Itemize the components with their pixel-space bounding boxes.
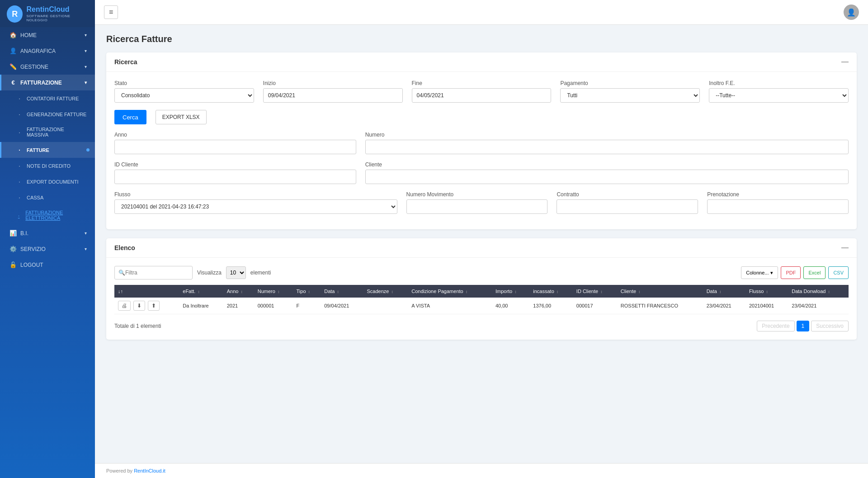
colonne-button[interactable]: Colonne... ▾ [741, 266, 778, 279]
prenotazione-group: Prenotazione [707, 191, 849, 214]
id-cliente-input[interactable] [114, 170, 356, 184]
col-anno[interactable]: Anno ↕ [223, 285, 254, 298]
sidebar-item-export-documenti[interactable]: · EXPORT DOCUMENTI [0, 174, 95, 189]
col-efatt[interactable]: eFatt. ↕ [179, 285, 223, 298]
numero-movimento-input[interactable] [406, 199, 548, 214]
filter-input[interactable] [125, 270, 189, 276]
user-avatar[interactable]: 👤 [844, 5, 859, 20]
fine-input[interactable] [412, 88, 552, 103]
sidebar-item-generazione-fatture[interactable]: · GENERAZIONE FATTURE [0, 106, 95, 122]
cliente-input[interactable] [365, 170, 849, 184]
flusso-select[interactable]: 202104001 del 2021-04-23 16:47:23 [114, 199, 397, 214]
sidebar-item-note-di-credito[interactable]: · NOTE DI CREDITO [0, 158, 95, 174]
prenotazione-input[interactable] [707, 199, 849, 214]
col-id-cliente[interactable]: ID Cliente ↕ [573, 285, 617, 298]
menu-toggle-button[interactable]: ≡ [104, 5, 118, 19]
numero-movimento-label: Numero Movimento [406, 191, 548, 198]
row-incassato: 1376,00 [529, 298, 573, 314]
col-data[interactable]: Data ↕ [321, 285, 363, 298]
cerca-button[interactable]: Cerca [114, 110, 146, 124]
excel-button[interactable]: Excel [803, 266, 826, 279]
chevron-icon: ▾ [85, 33, 87, 38]
chevron-down-icon: ▾ [770, 270, 773, 276]
numero-input[interactable] [365, 140, 849, 154]
rentincloud-link[interactable]: RentInCloud.it [134, 468, 165, 473]
sidebar-item-home[interactable]: 🏠 HOME ▾ [0, 27, 95, 43]
csv-button[interactable]: CSV [828, 266, 849, 279]
chart-icon: 📊 [9, 230, 17, 237]
page-content: Ricerca Fatture Ricerca — Stato Consolid… [95, 25, 868, 463]
cliente-group: Cliente [365, 161, 849, 184]
numero-label: Numero [365, 132, 849, 138]
sidebar-item-fatture[interactable]: · FATTURE [0, 142, 95, 158]
inoltro-select[interactable]: --Tutte-- Inoltrate Non Inoltrate [709, 88, 849, 103]
pdf-button[interactable]: PDF [781, 266, 801, 279]
col-condizione-pagamento[interactable]: Condizione Pagamento ↕ [408, 285, 492, 298]
dot-icon: · [16, 111, 23, 118]
col-data-download[interactable]: Data Donwload ↕ [788, 285, 849, 298]
pagamento-select[interactable]: Tutti Pagato Non Pagato [560, 88, 700, 103]
sidebar-item-label: SERVIZIO [20, 246, 46, 252]
col-importo[interactable]: Importo ↕ [492, 285, 529, 298]
precedente-button[interactable]: Precedente [757, 321, 794, 331]
sidebar-item-fatturazione-elettronica[interactable]: · FATTURAZIONE ELETTRONICA [0, 205, 95, 225]
sidebar-item-gestione[interactable]: ✏️ GESTIONE ▾ [0, 59, 95, 75]
search-icon: 🔍 [118, 270, 125, 276]
sidebar-item-fatturazione-massiva[interactable]: · FATTURAZIONE MASSIVA [0, 122, 95, 142]
successivo-button[interactable]: Successivo [811, 321, 849, 331]
visualizza-select[interactable]: 10 25 50 [226, 266, 246, 279]
sidebar-item-label: FATTURAZIONE ELETTRONICA [25, 210, 87, 221]
sidebar-item-anagrafica[interactable]: 👤 ANAGRAFICA ▾ [0, 43, 95, 59]
sidebar-item-logout[interactable]: 🔓 LOGOUT [0, 257, 95, 273]
row-cliente: ROSSETTI FRANCESCO [617, 298, 703, 314]
logo-icon: R [7, 5, 23, 23]
logout-icon: 🔓 [9, 261, 17, 268]
pagination-buttons: Precedente 1 Successivo [757, 321, 849, 331]
sidebar-item-servizio[interactable]: ⚙️ SERVIZIO ▾ [0, 241, 95, 257]
export-xlsx-button[interactable]: EXPORT XLSX [156, 110, 207, 124]
sidebar-item-fatturazione[interactable]: € FATTURAZIONE ▾ [0, 75, 95, 90]
search-row-4: Flusso 202104001 del 2021-04-23 16:47:23… [114, 191, 849, 214]
dot-icon: · [16, 147, 23, 153]
sidebar-item-cassa[interactable]: · CASSA [0, 189, 95, 205]
sidebar-item-label: GENERAZIONE FATTURE [27, 112, 86, 117]
search-row-3: ID Cliente Cliente [114, 161, 849, 184]
search-card-title: Ricerca [114, 58, 137, 66]
cliente-label: Cliente [365, 161, 849, 168]
col-scadenze[interactable]: Scadenze ↕ [363, 285, 408, 298]
collapse-icon[interactable]: — [841, 244, 849, 252]
collapse-icon[interactable]: — [841, 58, 849, 66]
sidebar-item-label: FATTURAZIONE MASSIVA [27, 127, 87, 137]
logo-name: RentinCloud [26, 6, 88, 13]
stato-label: Stato [114, 80, 254, 86]
sidebar-item-contatori-fatture[interactable]: · CONTATORI FATTURE [0, 90, 95, 106]
row-data: 09/04/2021 [321, 298, 363, 314]
col-flusso[interactable]: Flusso ↕ [745, 285, 788, 298]
sidebar-item-bi[interactable]: 📊 B.I. ▾ [0, 225, 95, 241]
inizio-label: Inizio [263, 80, 403, 86]
col-numero[interactable]: Numero ↕ [254, 285, 293, 298]
inoltro-group: Inoltro F.E. --Tutte-- Inoltrate Non Ino… [709, 80, 849, 103]
stato-select[interactable]: Consolidato Aperto Tutti [114, 88, 254, 103]
numero-group: Numero [365, 132, 849, 154]
row-scadenze [363, 298, 408, 314]
page-1-button[interactable]: 1 [797, 321, 810, 331]
visualizza-label: Visualizza [197, 270, 222, 276]
print-button[interactable]: 🖨 [118, 301, 131, 311]
col-cliente[interactable]: Cliente ↕ [617, 285, 703, 298]
main-content: ≡ 👤 Ricerca Fatture Ricerca — Stato Cons… [95, 0, 868, 478]
inizio-input[interactable] [263, 88, 403, 103]
powered-by-text: Powered by [106, 468, 132, 473]
table-toolbar: 🔍 Visualizza 10 25 50 elementi Colonne..… [114, 266, 849, 279]
contratto-input[interactable] [557, 199, 698, 214]
col-tipo[interactable]: Tipo ↕ [293, 285, 321, 298]
download-button[interactable]: ⬇ [133, 301, 145, 311]
table-header-row: ↓↑ eFatt. ↕ Anno ↕ Numero ↕ Tipo ↕ Data … [114, 285, 849, 298]
dot-icon: · [16, 212, 22, 219]
action-icons: 🖨 ⬇ ⬆ [118, 301, 175, 311]
upload-button[interactable]: ⬆ [148, 301, 160, 311]
col-data2[interactable]: Data ↕ [703, 285, 745, 298]
anno-input[interactable] [114, 140, 356, 154]
col-incassato[interactable]: incassato ↕ [529, 285, 573, 298]
row-data2: 23/04/2021 [703, 298, 745, 314]
